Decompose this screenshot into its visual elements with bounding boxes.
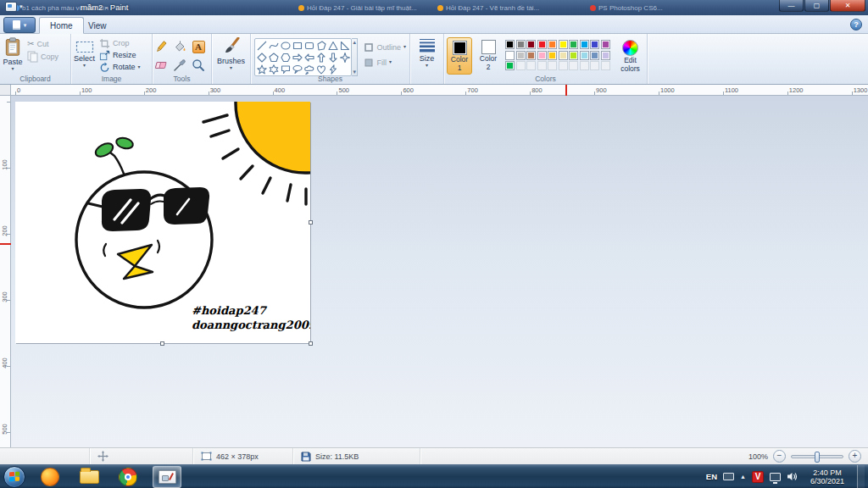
palette-color[interactable]	[580, 51, 589, 60]
text-tool[interactable]: A	[190, 38, 207, 55]
canvas-resize-handle-right[interactable]	[309, 220, 313, 225]
eraser-tool[interactable]	[153, 57, 170, 74]
quick-access-dropdown-icon[interactable]: ▾	[19, 3, 23, 10]
zoom-slider-thumb[interactable]	[815, 452, 820, 463]
shape-lightning[interactable]	[327, 64, 339, 75]
tab-home[interactable]: Home	[39, 17, 84, 34]
taskbar-chrome-button[interactable]	[114, 466, 142, 488]
network-icon[interactable]	[770, 473, 781, 481]
color2-button[interactable]: Color 2	[476, 37, 501, 75]
custom-palette-color[interactable]	[505, 61, 515, 70]
palette-color[interactable]	[590, 51, 599, 60]
copy-button[interactable]: Copy	[25, 50, 60, 63]
palette-color[interactable]	[569, 40, 578, 49]
palette-color[interactable]	[526, 51, 536, 60]
shape-curve[interactable]	[268, 40, 280, 52]
magnifier-tool[interactable]	[190, 57, 207, 74]
quick-access-toolbar[interactable]: ▾	[5, 2, 23, 12]
custom-palette-empty-slot[interactable]	[516, 61, 526, 70]
custom-palette-empty-slot[interactable]	[569, 61, 578, 70]
palette-color[interactable]	[559, 51, 568, 60]
size-button[interactable]: Size ▾	[415, 36, 439, 73]
palette-color[interactable]	[548, 51, 557, 60]
rotate-button[interactable]: Rotate ▾	[97, 61, 142, 73]
custom-palette-empty-slot[interactable]	[580, 61, 589, 70]
palette-color[interactable]	[505, 51, 515, 60]
custom-palette-empty-slot[interactable]	[537, 61, 547, 70]
color1-button[interactable]: Color 1	[447, 37, 472, 75]
color-picker-tool[interactable]	[171, 57, 188, 74]
shape-line[interactable]	[256, 40, 268, 52]
zoom-out-button[interactable]: −	[773, 450, 786, 463]
drawing-canvas[interactable]: #hoidap247 doanngoctrang2009	[15, 102, 310, 343]
shape-cloud-callout[interactable]	[303, 64, 315, 75]
close-button[interactable]: ✕	[830, 0, 865, 12]
show-desktop-button[interactable]	[857, 465, 865, 488]
custom-palette-empty-slot[interactable]	[590, 61, 599, 70]
select-button[interactable]: Select ▾	[71, 36, 97, 73]
palette-color[interactable]	[516, 40, 526, 49]
shape-triangle[interactable]	[327, 40, 339, 52]
taskbar-firefox-button[interactable]	[36, 466, 64, 488]
palette-color[interactable]	[505, 40, 515, 49]
pencil-tool[interactable]	[153, 38, 170, 55]
help-button[interactable]: ?	[850, 19, 862, 30]
fill-button[interactable]: Fill ▾	[362, 56, 408, 69]
custom-palette-empty-slot[interactable]	[601, 61, 610, 70]
zoom-in-button[interactable]: +	[849, 450, 861, 463]
shape-five-point-star[interactable]	[256, 64, 268, 75]
palette-color[interactable]	[601, 51, 610, 60]
custom-palette-empty-slot[interactable]	[526, 61, 536, 70]
shapes-scrollbar[interactable]: ▲ ▼	[352, 38, 358, 76]
shape-down-arrow[interactable]	[327, 52, 339, 64]
scroll-up-icon[interactable]: ▲	[352, 40, 357, 45]
palette-color[interactable]	[516, 51, 526, 60]
shape-six-point-star[interactable]	[268, 64, 280, 75]
shape-right-arrow[interactable]	[292, 52, 303, 64]
zoom-slider[interactable]	[791, 455, 843, 458]
taskbar-explorer-button[interactable]	[75, 466, 103, 488]
keyboard-layout-icon[interactable]	[723, 473, 734, 480]
canvas-resize-handle-bottom[interactable]	[160, 341, 164, 346]
palette-color[interactable]	[590, 40, 599, 49]
show-hidden-icons-button[interactable]: ▲	[740, 474, 746, 480]
palette-color[interactable]	[580, 40, 589, 49]
language-indicator[interactable]: EN	[706, 472, 717, 481]
start-button[interactable]	[3, 466, 25, 488]
paint-app-icon[interactable]	[5, 2, 17, 12]
shape-left-arrow[interactable]	[303, 52, 315, 64]
custom-palette-empty-slot[interactable]	[548, 61, 557, 70]
palette-color[interactable]	[601, 40, 610, 49]
edit-colors-button[interactable]: Edit colors	[616, 37, 645, 75]
shape-oval[interactable]	[280, 40, 292, 52]
outline-button[interactable]: Outline ▾	[362, 41, 408, 53]
taskbar-paint-button[interactable]	[153, 466, 181, 488]
shape-hexagon[interactable]	[280, 52, 292, 64]
palette-color[interactable]	[569, 51, 578, 60]
shape-polygon[interactable]	[315, 40, 327, 52]
speaker-icon[interactable]	[787, 472, 798, 481]
shape-right-triangle[interactable]	[339, 40, 351, 52]
application-menu-button[interactable]: ▾	[3, 17, 36, 33]
taskbar-clock[interactable]: 2:40 PM 6/30/2021	[804, 469, 851, 485]
palette-color[interactable]	[559, 40, 568, 49]
canvas-resize-handle-corner[interactable]	[309, 341, 313, 346]
maximize-button[interactable]: ▢	[804, 0, 829, 12]
paste-button[interactable]: Paste ▾	[0, 36, 25, 73]
palette-color[interactable]	[537, 51, 547, 60]
palette-color[interactable]	[537, 40, 547, 49]
palette-color[interactable]	[526, 40, 536, 49]
crop-button[interactable]: Crop	[97, 37, 142, 49]
shape-rounded-rectangle[interactable]	[303, 40, 315, 52]
shape-oval-callout[interactable]	[292, 64, 303, 75]
minimize-button[interactable]: —	[779, 0, 804, 12]
cut-button[interactable]: ✂ Cut	[25, 37, 60, 50]
tab-view[interactable]: View	[78, 17, 117, 34]
palette-color[interactable]	[548, 40, 557, 49]
unikey-icon[interactable]: V	[752, 471, 764, 483]
shape-rectangle[interactable]	[292, 40, 303, 52]
shape-rounded-callout[interactable]	[280, 64, 292, 75]
fill-with-color-tool[interactable]	[171, 38, 188, 55]
custom-palette-empty-slot[interactable]	[559, 61, 568, 70]
brushes-button[interactable]: Brushes ▾	[214, 36, 248, 73]
